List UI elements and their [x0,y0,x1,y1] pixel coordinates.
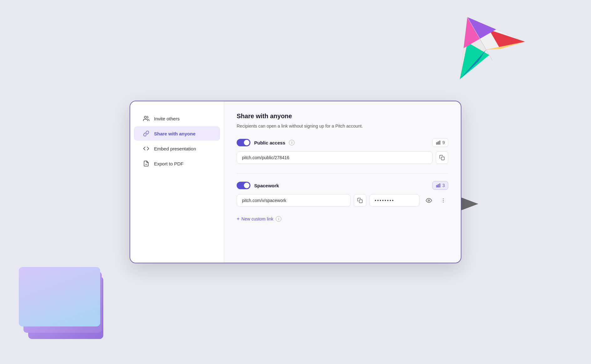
spacework-analytics-badge[interactable]: 3 [432,181,448,190]
svg-rect-12 [436,143,437,144]
spacework-url-input[interactable] [237,194,351,207]
plus-icon: + [237,216,239,222]
svg-line-8 [467,17,492,61]
svg-rect-15 [441,157,445,160]
svg-point-22 [443,200,444,201]
public-access-section: Public access i 9 [237,138,448,164]
svg-marker-5 [454,50,492,79]
share-dialog: Invite others Share with anyone Embed pr… [130,101,461,263]
sidebar: Invite others Share with anyone Embed pr… [130,101,224,263]
sidebar-invite-label: Invite others [154,116,180,121]
svg-rect-18 [439,184,440,187]
public-access-label: Public access [254,140,285,145]
svg-marker-2 [489,17,525,54]
eye-icon [426,197,432,204]
svg-marker-4 [446,36,492,79]
new-custom-link-row: + New custom link i [237,216,448,222]
code-icon [143,145,150,152]
sidebar-share-label: Share with anyone [154,131,196,136]
sidebar-export-label: Export to PDF [154,161,183,166]
page-title: Share with anyone [237,113,448,120]
spacework-left: Spacework [237,182,279,189]
sidebar-item-embed[interactable]: Embed presentation [134,141,220,156]
users-icon [143,115,150,122]
page-description: Recipients can open a link without signi… [237,123,448,129]
svg-rect-14 [439,141,440,144]
svg-rect-13 [438,142,439,144]
spacework-more-button[interactable] [438,194,448,207]
analytics-icon [436,140,441,145]
spacework-analytics-icon [436,183,441,188]
spacework-copy-button[interactable] [354,194,366,207]
public-url-row [237,151,448,164]
public-analytics-count: 9 [442,140,445,145]
pdf-icon [143,160,150,167]
sidebar-item-invite[interactable]: Invite others [134,111,220,126]
copy-icon [439,155,445,160]
sidebar-embed-label: Embed presentation [154,146,196,151]
public-url-input[interactable] [237,151,433,164]
public-access-info-icon[interactable]: i [289,140,295,145]
svg-marker-6 [467,8,496,39]
spacework-copy-icon [357,198,363,203]
public-access-left: Public access i [237,139,295,146]
public-access-header: Public access i 9 [237,138,448,147]
spacework-toggle[interactable] [237,182,250,189]
svg-point-23 [443,202,444,202]
paper-plane-decoration [434,6,535,88]
more-icon [440,198,446,203]
sidebar-item-export[interactable]: Export to PDF [134,156,220,171]
svg-marker-7 [451,17,480,48]
spacework-url-row [237,194,448,207]
svg-marker-0 [467,6,525,60]
spacework-password-input[interactable] [369,194,419,207]
sidebar-item-share[interactable]: Share with anyone [134,126,220,141]
svg-point-20 [428,200,430,201]
spacework-header: Spacework 3 [237,181,448,190]
spacework-label: Spacework [254,183,279,188]
spacework-eye-button[interactable] [423,194,435,207]
link-icon [143,130,150,137]
svg-point-10 [144,116,146,119]
svg-rect-17 [438,185,439,187]
svg-marker-1 [435,17,492,79]
spacework-right: 3 [432,181,448,190]
public-analytics-badge[interactable]: 9 [432,138,448,147]
new-custom-link-label: New custom link [241,216,273,221]
section-divider [237,173,448,174]
folder-decoration [19,251,113,339]
svg-rect-16 [436,185,437,187]
svg-point-21 [443,199,444,199]
spacework-analytics-count: 3 [442,183,445,188]
public-access-toggle[interactable] [237,139,250,146]
svg-marker-3 [486,31,525,61]
svg-rect-19 [359,200,362,203]
public-access-right: 9 [432,138,448,147]
main-content: Share with anyone Recipients can open a … [224,101,461,263]
new-custom-link-button[interactable]: + New custom link [237,216,273,222]
new-custom-link-info-icon[interactable]: i [276,216,281,222]
spacework-section: Spacework 3 [237,181,448,207]
public-copy-button[interactable] [436,151,448,164]
